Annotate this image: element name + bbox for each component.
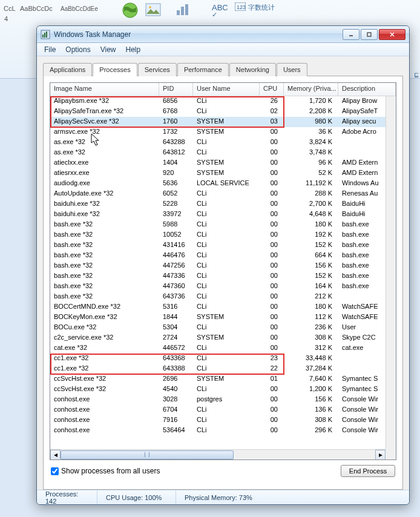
table-cell: as.exe *32: [50, 137, 159, 148]
table-cell: as.exe *32: [50, 148, 159, 158]
table-cell: 00: [260, 137, 284, 148]
table-row[interactable]: bash.exe *3210052CLi00192 Kbash.exe: [50, 230, 396, 240]
globe-icon[interactable]: [121, 1, 139, 19]
menubar: File Options View Help: [37, 43, 409, 56]
table-row[interactable]: cc1.exe *32643368CLi2333,448 K: [50, 354, 396, 364]
table-row[interactable]: ccSvcHst.exe *322696SYSTEM017,640 KSyman…: [50, 374, 396, 384]
menu-options[interactable]: Options: [61, 44, 95, 56]
table-cell: armsvc.exe *32: [50, 127, 159, 137]
table-row[interactable]: cc1.exe *32643388CLi2237,284 K: [50, 364, 396, 374]
table-row[interactable]: atieclxx.exe1404SYSTEM0096 KAMD Extern: [50, 158, 396, 168]
table-cell: 2724: [159, 333, 193, 343]
table-row[interactable]: conhost.exe536464CLi00296 KConsole Wir: [50, 426, 396, 436]
table-row[interactable]: c2c_service.exe *322724SYSTEM00308 KSkyp…: [50, 333, 396, 343]
menu-view[interactable]: View: [96, 44, 121, 56]
table-row[interactable]: conhost.exe7916CLi00308 KConsole Wir: [50, 415, 396, 426]
tab-processes[interactable]: Processes: [93, 63, 137, 76]
table-row[interactable]: conhost.exe3028postgres00156 KConsole Wi…: [50, 395, 396, 405]
table-row[interactable]: BOCKeyMon.exe *321844SYSTEM00112 KWatchS…: [50, 312, 396, 323]
table-cell: 643812: [159, 148, 193, 158]
table-row[interactable]: cat.exe *32446572CLi00312 Kcat.exe: [50, 343, 396, 354]
table-cell: 03: [260, 117, 284, 127]
table-cell: bash.exe *32: [50, 261, 159, 271]
horizontal-scrollbar[interactable]: ◂ ▸: [50, 449, 386, 459]
table-cell: 00: [260, 333, 284, 343]
tab-networking[interactable]: Networking: [229, 63, 276, 76]
table-row[interactable]: as.exe *32643812CLi003,748 K: [50, 148, 396, 158]
table-cell: 152 K: [284, 271, 338, 282]
tab-services[interactable]: Services: [138, 63, 177, 76]
picture-icon[interactable]: [145, 3, 161, 18]
col-memory[interactable]: Memory (Priva...: [284, 83, 338, 96]
table-row[interactable]: AlipaySecSvc.exe *321760SYSTEM03980 KAli…: [50, 117, 396, 127]
table-row[interactable]: bash.exe *32447336CLi00152 Kbash.exe: [50, 271, 396, 282]
table-row[interactable]: BOCu.exe *325304CLi00236 KUser: [50, 323, 396, 333]
tab-users[interactable]: Users: [277, 63, 307, 76]
table-row[interactable]: bash.exe *325988CLi00180 Kbash.exe: [50, 220, 396, 230]
show-all-users-checkbox[interactable]: Show processes from all users: [51, 467, 160, 475]
table-cell: 00: [260, 179, 284, 189]
scroll-track[interactable]: [61, 450, 375, 460]
table-cell: 1760: [159, 117, 193, 127]
titlebar[interactable]: Windows Task Manager: [37, 26, 409, 43]
col-description[interactable]: Description: [338, 83, 396, 96]
end-process-button[interactable]: End Process: [341, 465, 395, 477]
col-user-name[interactable]: User Name: [193, 83, 260, 96]
svg-rect-4: [177, 10, 180, 15]
table-cell: CLi: [193, 384, 260, 395]
table-cell: 00: [260, 148, 284, 158]
wordcount-label[interactable]: 字数统计: [248, 3, 275, 12]
menu-help[interactable]: Help: [121, 44, 146, 56]
table-cell: CLi: [193, 199, 260, 209]
vertical-scrollbar[interactable]: [386, 96, 396, 459]
table-cell: conhost.exe: [50, 395, 159, 405]
maximize-button[interactable]: [361, 29, 378, 40]
minimize-button[interactable]: [343, 29, 359, 40]
table-row[interactable]: AlipaySafeTran.exe *326768CLi022,208 KAl…: [50, 107, 396, 117]
table-row[interactable]: ccSvcHst.exe *324540CLi001,200 KSymantec…: [50, 384, 396, 395]
table-row[interactable]: atiesrxx.exe920SYSTEM0052 KAMD Extern: [50, 168, 396, 179]
table-cell: CLi: [193, 323, 260, 333]
table-row[interactable]: bash.exe *32643736CLi00212 K: [50, 292, 396, 302]
table-row[interactable]: as.exe *32643288CLi003,824 K: [50, 137, 396, 148]
scroll-thumb[interactable]: [61, 450, 234, 459]
table-cell: 00: [260, 426, 284, 436]
table-cell: SYSTEM: [193, 312, 260, 323]
table-row[interactable]: conhost.exe6704CLi00136 KConsole Wir: [50, 405, 396, 415]
table-row[interactable]: AutoUpdate.exe *326052CLi00288 KRenesas …: [50, 189, 396, 199]
table-row[interactable]: baiduhi.exe *325228CLi002,700 KBaiduHi: [50, 199, 396, 209]
table-cell: bash.exe *32: [50, 251, 159, 261]
table-row[interactable]: bash.exe *32431416CLi00152 Kbash.exe: [50, 240, 396, 251]
tab-performance[interactable]: Performance: [177, 63, 229, 76]
table-cell: 5304: [159, 323, 193, 333]
table-cell: LOCAL SERVICE: [193, 179, 260, 189]
chart-icon[interactable]: [176, 3, 191, 18]
scroll-left-button[interactable]: ◂: [50, 450, 61, 460]
col-cpu[interactable]: CPU: [260, 83, 284, 96]
table-row[interactable]: armsvc.exe *321732SYSTEM0036 KAdobe Acro: [50, 127, 396, 137]
close-button[interactable]: [379, 29, 405, 40]
col-image-name[interactable]: Image Name: [50, 83, 159, 96]
table-cell: ccSvcHst.exe *32: [50, 384, 159, 395]
wordcount-icon[interactable]: 123: [235, 2, 246, 12]
table-row[interactable]: baiduhi.exe *3233972CLi004,648 KBaiduHi: [50, 209, 396, 220]
table-row[interactable]: BOCCertMND.exe *325316CLi00180 KWatchSAF…: [50, 302, 396, 312]
table-cell: 431416: [159, 240, 193, 251]
svg-text:123: 123: [237, 4, 246, 10]
show-all-users-input[interactable]: [51, 467, 59, 475]
table-cell: 23: [260, 354, 284, 364]
col-pid[interactable]: PID: [159, 83, 193, 96]
table-row[interactable]: audiodg.exe5636LOCAL SERVICE0011,192 KWi…: [50, 179, 396, 189]
table-cell: 4540: [159, 384, 193, 395]
scroll-right-button[interactable]: ▸: [375, 450, 386, 460]
table-cell: bash.exe *32: [50, 230, 159, 240]
svg-rect-6: [185, 4, 188, 15]
table-row[interactable]: Alipaybsm.exe *326856CLi261,720 KAlipay …: [50, 96, 396, 107]
table-row[interactable]: bash.exe *32447256CLi00156 Kbash.exe: [50, 261, 396, 271]
table-cell: 5316: [159, 302, 193, 312]
table-row[interactable]: bash.exe *32446476CLi00664 Kbash.exe: [50, 251, 396, 261]
table-row[interactable]: bash.exe *32447360CLi00164 Kbash.exe: [50, 282, 396, 292]
menu-file[interactable]: File: [39, 44, 61, 56]
list-body[interactable]: Alipaybsm.exe *326856CLi261,720 KAlipay …: [50, 96, 396, 436]
tab-applications[interactable]: Applications: [43, 63, 92, 76]
